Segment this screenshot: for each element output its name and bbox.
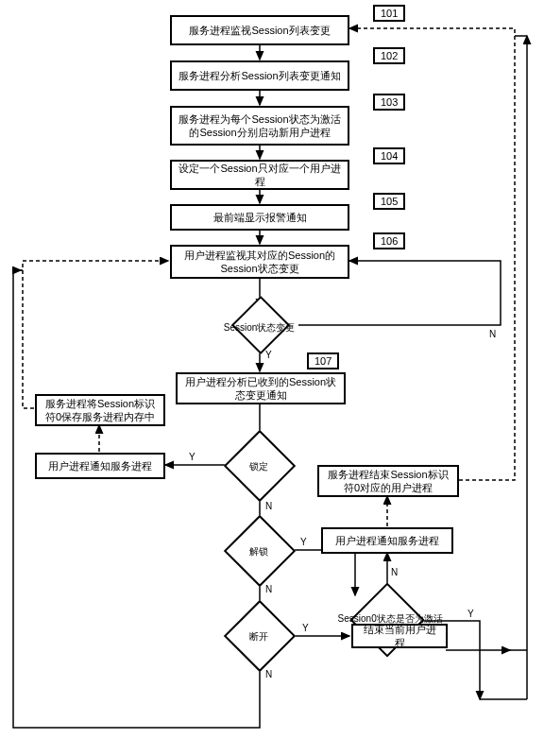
step-label: 101 (373, 5, 405, 22)
left-save: 服务进程将Session标识符0保存服务进程内存中 (35, 394, 165, 426)
edge-label: N (391, 567, 398, 577)
decision-change: Session状态变更 (231, 296, 290, 354)
step-label: 106 (373, 232, 405, 249)
edge-label: Y (300, 537, 307, 547)
step-label: 107 (307, 352, 339, 369)
right-end: 服务进程结束Session标识符0对应的用户进程 (317, 465, 459, 497)
edge-label: Y (265, 350, 272, 360)
step-105: 最前端显示报警通知 (170, 204, 349, 231)
step-label: 104 (373, 147, 405, 164)
right-notify: 用户进程通知服务进程 (321, 527, 453, 554)
edge-label: Y (468, 609, 474, 619)
step-107: 用户进程分析已收到的Session状态变更通知 (176, 372, 346, 404)
decision-unlock: 解锁 (224, 515, 296, 587)
edge-label: N (265, 669, 272, 679)
edge-label: N (265, 584, 272, 594)
left-notify: 用户进程通知服务进程 (35, 453, 165, 479)
edge-label: Y (302, 623, 309, 633)
decision-lock: 锁定 (224, 430, 296, 502)
end-current: 结束当前用户进程 (351, 624, 448, 648)
step-106: 用户进程监视其对应的Session的Session状态变更 (170, 245, 349, 279)
step-104: 设定一个Session只对应一个用户进程 (170, 160, 349, 190)
step-label: 102 (373, 47, 405, 64)
step-label: 103 (373, 94, 405, 111)
edge-label: N (265, 501, 272, 511)
edge-label: Y (189, 452, 196, 462)
step-label: 105 (373, 193, 405, 210)
decision-disconnect: 断开 (224, 600, 296, 672)
step-102: 服务进程分析Session列表变更通知 (170, 60, 349, 91)
edge-label: N (489, 329, 496, 339)
step-103: 服务进程为每个Session状态为激活的Session分别启动新用户进程 (170, 106, 349, 146)
step-101: 服务进程监视Session列表变更 (170, 15, 349, 45)
